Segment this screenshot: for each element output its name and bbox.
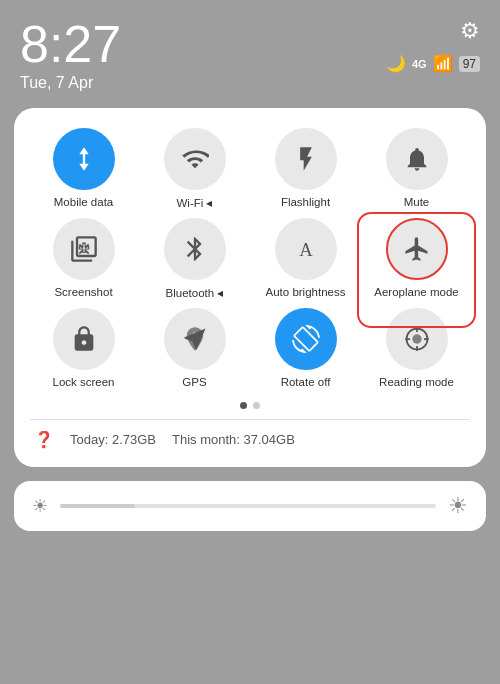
tile-bluetooth[interactable]: Bluetooth ◂ [141, 218, 248, 300]
tiles-grid: Mobile data Wi-Fi ◂ Flashlight [30, 128, 470, 388]
tile-aeroplane-mode[interactable]: Aeroplane mode [363, 218, 470, 300]
battery-icon: 97 [459, 56, 480, 72]
tile-auto-brightness-label: Auto brightness [266, 286, 346, 298]
tile-auto-brightness-icon: A [275, 218, 337, 280]
date: Tue, 7 Apr [20, 74, 121, 92]
tile-bluetooth-label: Bluetooth ◂ [166, 286, 224, 300]
tile-mute[interactable]: Mute [363, 128, 470, 210]
brightness-high-icon: ☀ [448, 493, 468, 519]
clock: 8:27 [20, 18, 121, 70]
tile-wifi[interactable]: Wi-Fi ◂ [141, 128, 248, 210]
tile-rotate-off-icon [275, 308, 337, 370]
signal-4g-icon: 4G [412, 58, 427, 70]
tile-wifi-label: Wi-Fi ◂ [176, 196, 212, 210]
dot-1[interactable] [240, 402, 247, 409]
tile-lock-screen[interactable]: Lock screen [30, 308, 137, 388]
tile-flashlight[interactable]: Flashlight [252, 128, 359, 210]
tile-mute-icon [386, 128, 448, 190]
tile-mobile-data[interactable]: Mobile data [30, 128, 137, 210]
svg-line-3 [79, 250, 83, 254]
settings-icon[interactable]: ⚙ [460, 18, 480, 44]
tile-gps-icon [164, 308, 226, 370]
data-usage-row: ❓ Today: 2.73GB This month: 37.04GB [30, 428, 470, 451]
moon-icon: 🌙 [386, 54, 406, 73]
svg-point-6 [412, 334, 421, 343]
tile-lock-screen-icon [53, 308, 115, 370]
brightness-control[interactable]: ☀ ☀ [14, 481, 486, 531]
tile-wifi-icon [164, 128, 226, 190]
tile-gps[interactable]: GPS [141, 308, 248, 388]
tile-aeroplane-label: Aeroplane mode [374, 286, 458, 298]
tile-reading-mode-label: Reading mode [379, 376, 454, 388]
tile-mobile-data-icon [53, 128, 115, 190]
brightness-low-icon: ☀ [32, 495, 48, 517]
tile-flashlight-label: Flashlight [281, 196, 330, 208]
brightness-track[interactable] [60, 504, 436, 508]
svg-line-1 [85, 250, 89, 254]
tile-screenshot[interactable]: Screenshot [30, 218, 137, 300]
today-usage: Today: 2.73GB [70, 432, 156, 447]
help-icon: ❓ [34, 430, 54, 449]
tile-gps-label: GPS [182, 376, 206, 388]
divider [30, 419, 470, 420]
tile-screenshot-label: Screenshot [54, 286, 112, 298]
tile-bluetooth-icon [164, 218, 226, 280]
quick-settings-panel: Mobile data Wi-Fi ◂ Flashlight [14, 108, 486, 467]
tile-rotate-off[interactable]: Rotate off [252, 308, 359, 388]
tile-aeroplane-icon [386, 218, 448, 280]
pagination-dots [30, 402, 470, 409]
tile-flashlight-icon [275, 128, 337, 190]
tile-auto-brightness[interactable]: A Auto brightness [252, 218, 359, 300]
dot-2[interactable] [253, 402, 260, 409]
tile-mute-label: Mute [404, 196, 430, 208]
tile-lock-screen-label: Lock screen [52, 376, 114, 388]
status-icons: 🌙 4G 📶 97 [386, 54, 480, 73]
tile-reading-mode-icon [386, 308, 448, 370]
svg-text:A: A [299, 239, 313, 260]
tile-rotate-off-label: Rotate off [281, 376, 331, 388]
month-usage: This month: 37.04GB [172, 432, 295, 447]
tile-mobile-data-label: Mobile data [54, 196, 113, 208]
tile-reading-mode[interactable]: Reading mode [363, 308, 470, 388]
brightness-fill [60, 504, 135, 508]
status-bar: 8:27 Tue, 7 Apr ⚙ 🌙 4G 📶 97 [0, 0, 500, 100]
tile-screenshot-icon [53, 218, 115, 280]
signal-bars-icon: 📶 [433, 54, 453, 73]
